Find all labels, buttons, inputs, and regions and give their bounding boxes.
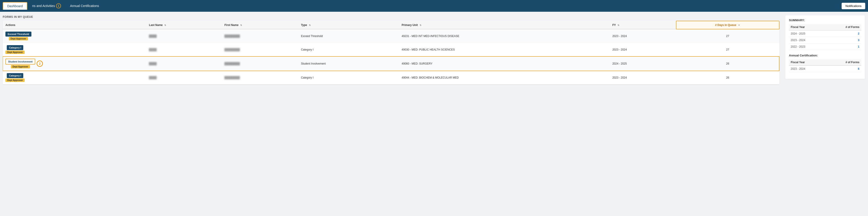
last-name-cell: ████ (146, 71, 222, 84)
summary-count-cell[interactable]: 1 (826, 43, 861, 50)
days-cell: 27 (676, 43, 779, 57)
last-name-cell: ████ (146, 43, 222, 57)
notifications-button[interactable]: Notifications (842, 3, 865, 9)
annual-col-fy: Fiscal Year (789, 59, 826, 66)
annual-cert-title: Annual Certification: (789, 54, 861, 57)
col-first-name[interactable]: First Name ⇅ (222, 21, 299, 29)
nav-tab-actions[interactable]: ns and Activities 1 (28, 2, 65, 10)
annual-col-forms: # of Forms (826, 59, 861, 66)
type-cell: Category I (298, 43, 399, 57)
table-header-row: Actions Last Name ⇅ First Name ⇅ Type (3, 21, 779, 29)
sort-fy-icon: ⇅ (617, 24, 619, 26)
annual-row: 2023 - 20246 (789, 66, 861, 72)
col-type[interactable]: Type ⇅ (298, 21, 399, 29)
action-button-row3[interactable]: Student InvolvementDept Approver (5, 59, 35, 68)
col-last-name[interactable]: Last Name ⇅ (146, 21, 222, 29)
summary-queue-header: Fiscal Year # of Forms (789, 24, 861, 30)
summary-col-fy: Fiscal Year (789, 24, 826, 30)
action-cell: Category IDept Approver (3, 71, 146, 84)
annual-count-cell[interactable]: 6 (826, 66, 861, 72)
col-primary-unit[interactable]: Primary Unit ⇅ (399, 21, 610, 29)
table-row: Category IDept Approver████████████Categ… (3, 43, 779, 57)
nav-tab-certifications[interactable]: Annual Certifications (66, 2, 103, 9)
annotation-2: 2 (37, 61, 43, 67)
fy-cell: 2023 - 2024 (610, 43, 676, 57)
summary-row: 2024 - 20252 (789, 30, 861, 37)
fy-cell: 2024 - 2025 (610, 57, 676, 71)
summary-fy-cell: 2024 - 2025 (789, 30, 826, 37)
action-cell: Student InvolvementDept Approver2 (3, 57, 146, 71)
days-cell: 27 (676, 29, 779, 43)
sort-type-icon: ⇅ (309, 24, 311, 26)
main-layout: FORMS IN MY QUEUE Actions Last Name ⇅ Fi… (0, 12, 868, 216)
table-row: Category IDept Approver████████████Categ… (3, 71, 779, 84)
first-name-cell: ████████ (222, 57, 299, 71)
queue-section-title: FORMS IN MY QUEUE (3, 15, 779, 19)
summary-count-link[interactable]: 3 (858, 39, 860, 42)
first-name-cell: ████████ (222, 29, 299, 43)
nav-tab-dashboard[interactable]: Dashboard (3, 2, 27, 10)
action-cell: Exceed ThresholdDept Approver (3, 29, 146, 43)
annual-cert-table: Fiscal Year # of Forms 2023 - 20246 (789, 59, 861, 72)
right-panel: SUMMARY: Fiscal Year # of Forms 2024 - 2… (782, 12, 868, 216)
summary-count-link[interactable]: 1 (858, 45, 860, 48)
summary-fy-cell: 2022 - 2023 (789, 43, 826, 50)
summary-row: 2022 - 20231 (789, 43, 861, 50)
annotation-badge-1: 1 (56, 3, 61, 8)
summary-title: SUMMARY: (789, 19, 861, 22)
summary-count-link[interactable]: 2 (858, 32, 860, 35)
days-cell: 26 (676, 71, 779, 84)
unit-cell: 49044 - MED: BIOCHEM & MOLECULAR MED (399, 71, 610, 84)
queue-table-container[interactable]: Actions Last Name ⇅ First Name ⇅ Type (3, 21, 779, 84)
table-row: Exceed ThresholdDept Approver███████████… (3, 29, 779, 43)
summary-count-cell[interactable]: 3 (826, 37, 861, 43)
summary-queue-table: Fiscal Year # of Forms 2024 - 202522023 … (789, 24, 861, 50)
fy-cell: 2023 - 2024 (610, 29, 676, 43)
action-cell: Category IDept Approver (3, 43, 146, 57)
nav-tab-actions-label: ns and Activities (32, 4, 55, 8)
col-fy[interactable]: FY ⇅ (610, 21, 676, 29)
summary-col-forms: # of Forms (826, 24, 861, 30)
last-name-cell: ████ (146, 29, 222, 43)
summary-box: SUMMARY: Fiscal Year # of Forms 2024 - 2… (785, 15, 865, 79)
annual-fy-cell: 2023 - 2024 (789, 66, 826, 72)
fy-cell: 2023 - 2024 (610, 71, 676, 84)
first-name-cell: ████████ (222, 43, 299, 57)
sort-unit-icon: ⇅ (420, 24, 421, 26)
summary-count-cell[interactable]: 2 (826, 30, 861, 37)
summary-queue-body: 2024 - 202522023 - 202432022 - 20231 (789, 30, 861, 50)
last-name-cell: ████ (146, 57, 222, 71)
unit-cell: 49060 - MED: SURGERY (399, 57, 610, 71)
action-button-row2[interactable]: Category IDept Approver (5, 45, 25, 54)
sort-first-name-icon: ⇅ (240, 24, 242, 26)
summary-fy-cell: 2023 - 2024 (789, 37, 826, 43)
nav-bar: Dashboard ns and Activities 1 Annual Cer… (0, 0, 868, 12)
sort-last-name-icon: ⇅ (164, 24, 166, 26)
type-cell: Exceed Threshold (298, 29, 399, 43)
action-button-row1[interactable]: Exceed ThresholdDept Approver (5, 32, 31, 40)
summary-row: 2023 - 20243 (789, 37, 861, 43)
annual-count-link[interactable]: 6 (858, 67, 860, 70)
annual-cert-body: 2023 - 20246 (789, 66, 861, 72)
annual-cert-header: Fiscal Year # of Forms (789, 59, 861, 66)
action-button-row4[interactable]: Category IDept Approver (5, 73, 25, 82)
queue-table: Actions Last Name ⇅ First Name ⇅ Type (3, 21, 779, 84)
type-cell: Category I (298, 71, 399, 84)
unit-cell: 49231 - MED INT MED-INFECTIOUS DISEASE (399, 29, 610, 43)
type-cell: Student Involvement (298, 57, 399, 71)
table-row: Student InvolvementDept Approver2███████… (3, 57, 779, 71)
unit-cell: 49030 - MED: PUBLIC HEALTH SCIENCES (399, 43, 610, 57)
left-panel: FORMS IN MY QUEUE Actions Last Name ⇅ Fi… (0, 12, 782, 216)
first-name-cell: ████████ (222, 71, 299, 84)
col-actions[interactable]: Actions (3, 21, 146, 29)
sort-days-icon: ▼ (738, 24, 740, 26)
col-days-in-queue[interactable]: # Days in Queue ▼ (676, 21, 779, 29)
queue-table-body: Exceed ThresholdDept Approver███████████… (3, 29, 779, 84)
days-cell: 26 (676, 57, 779, 71)
